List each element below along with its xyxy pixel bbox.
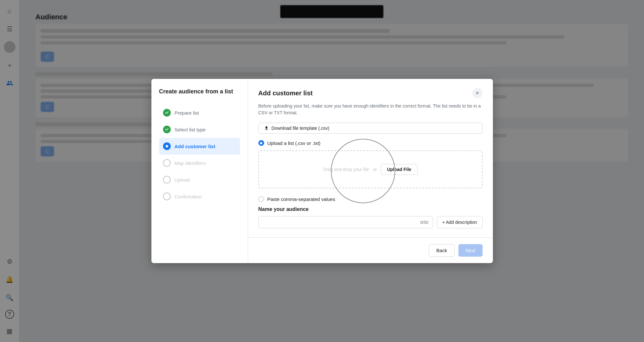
- step-label-prepare-list: Prepare list: [175, 110, 199, 116]
- paste-radio-label: Paste comma-separated values: [267, 196, 335, 202]
- step-indicator-done-2: [163, 126, 171, 133]
- step-label-add-customer-list: Add customer list: [175, 144, 216, 149]
- download-template-button[interactable]: Download file template (.csv): [258, 123, 483, 134]
- wizard-step-confirmation: Confirmation: [159, 188, 240, 205]
- modal-description: Before uploading your list, make sure yo…: [258, 103, 483, 116]
- upload-file-button[interactable]: Upload File: [381, 164, 417, 175]
- wizard-step-select-list-type[interactable]: Select list type: [159, 121, 240, 138]
- wizard-step-add-customer-list[interactable]: Add customer list: [159, 138, 240, 155]
- upload-radio-label: Upload a list (.csv or .txt): [267, 140, 321, 146]
- modal-right-panel: Add customer list × Before uploading you…: [248, 79, 493, 263]
- wizard-sidebar: Create audience from a list Prepare list…: [151, 79, 248, 263]
- svg-point-0: [166, 145, 168, 148]
- modal-header: Add customer list ×: [258, 88, 483, 98]
- step-indicator-pending-4: [163, 159, 171, 167]
- audience-name-wrapper: 0/50: [258, 216, 433, 228]
- step-label-confirmation: Confirmation: [175, 194, 202, 199]
- wizard-step-map-identifiers: Map identifiers: [159, 155, 240, 171]
- wizard-steps: Prepare list Select list type Add custom…: [159, 104, 240, 205]
- upload-radio-button[interactable]: [258, 140, 264, 146]
- modal-content-area: Add customer list × Before uploading you…: [248, 79, 493, 237]
- audience-name-input[interactable]: [258, 216, 433, 228]
- name-row: 0/50 + Add description: [258, 216, 483, 228]
- wizard-step-prepare-list[interactable]: Prepare list: [159, 104, 240, 121]
- drag-drop-text: Drag and drop your file: [323, 167, 369, 172]
- modal-title: Add customer list: [258, 90, 313, 97]
- wizard-step-upload: Upload: [159, 171, 240, 188]
- step-indicator-current: [163, 142, 171, 150]
- step-label-select-list-type: Select list type: [175, 127, 206, 132]
- modal-overlay: Create audience from a list Prepare list…: [0, 0, 644, 342]
- step-indicator-pending-5: [163, 176, 171, 184]
- upload-radio-option[interactable]: Upload a list (.csv or .txt): [258, 140, 483, 146]
- step-label-map-identifiers: Map identifiers: [175, 160, 206, 166]
- download-icon: [264, 126, 269, 131]
- step-label-upload: Upload: [175, 177, 190, 183]
- paste-radio-option[interactable]: Paste comma-separated values: [258, 196, 483, 202]
- paste-radio-button[interactable]: [258, 196, 264, 202]
- add-description-button[interactable]: + Add description: [437, 216, 483, 228]
- close-button[interactable]: ×: [472, 88, 483, 98]
- wizard-title: Create audience from a list: [159, 88, 240, 95]
- modal-footer: Back Next: [248, 237, 493, 263]
- file-drop-zone[interactable]: Drag and drop your file or Upload File: [258, 150, 483, 188]
- name-section-title: Name your audience: [258, 206, 483, 212]
- next-button[interactable]: Next: [458, 244, 483, 257]
- step-indicator-done-1: [163, 109, 171, 117]
- step-indicator-pending-6: [163, 193, 171, 200]
- back-button[interactable]: Back: [429, 244, 454, 257]
- or-text: or: [373, 167, 377, 172]
- modal-dialog: Create audience from a list Prepare list…: [151, 79, 493, 263]
